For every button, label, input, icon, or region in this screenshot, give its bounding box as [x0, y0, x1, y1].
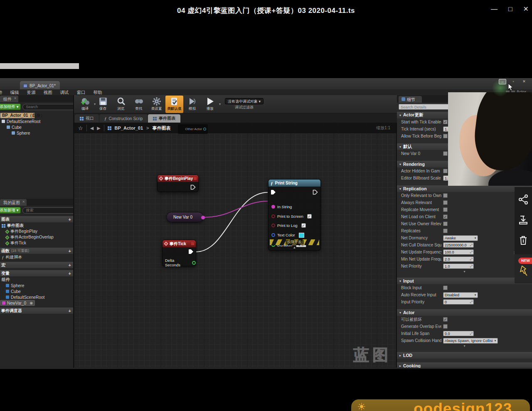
blueprint-list-item[interactable]: 组件 [0, 277, 73, 283]
toolbar-button-simulate[interactable]: 模拟 [183, 96, 201, 113]
checkbox[interactable] [443, 200, 448, 205]
checkbox[interactable] [443, 229, 448, 233]
value-input[interactable]: 1.0⤢ [443, 263, 474, 269]
blueprint-list-item[interactable]: ƒ构建脚本 [0, 254, 73, 260]
checkbox[interactable] [443, 324, 448, 329]
doc-tab-event-graph[interactable]: 事件图表 [148, 114, 180, 123]
blueprint-list-item[interactable]: 事件图表 [0, 223, 73, 229]
pin-print-to-log[interactable]: Print to Log✓ [268, 223, 320, 228]
add-component-button[interactable]: 添加组件 ▾ [0, 103, 21, 110]
add-new-button[interactable]: 添加新项 ▾ [0, 207, 21, 214]
dropdown-select[interactable]: Always Spawn, Ignore Collisions▾ [443, 338, 498, 344]
exec-in-pin[interactable] [271, 190, 276, 195]
node-print-string[interactable]: ƒ Print String In StringPrint to Screen✓… [268, 179, 321, 251]
exec-out-pin[interactable] [313, 190, 318, 195]
tab-components[interactable]: 组件 ✕ [0, 96, 18, 102]
value-input[interactable]: 0⤢ [443, 299, 474, 305]
checkbox[interactable] [443, 207, 448, 212]
node-event-beginplay[interactable]: 事件BeginPlay [157, 175, 199, 192]
my-blueprint-search[interactable]: ⌕ [22, 207, 74, 214]
node-get-new-var-0[interactable]: New Var 0 [166, 212, 204, 222]
pin-text-color[interactable]: Text Color [268, 233, 320, 238]
player-minimize-button[interactable]: — [491, 5, 498, 13]
component-tree-item[interactable]: BP_Actor_01（自身） [0, 113, 35, 118]
toolbar-button-find[interactable]: 查找 [130, 96, 148, 113]
blueprint-section-header[interactable]: 宏+ [0, 262, 73, 268]
menu-item[interactable]: 视图 [44, 90, 52, 96]
blueprint-list-item[interactable]: 事件Tick [0, 240, 73, 246]
breadcrumb-root[interactable]: BP_Actor_01 [115, 126, 143, 130]
component-tree-item[interactable]: DefaultSceneRoot [0, 118, 73, 124]
details-section-header[interactable]: ▸ Cooking [397, 362, 532, 368]
dropdown-select[interactable]: Disabled▾ [443, 292, 478, 298]
checkbox[interactable]: ✓ [443, 214, 448, 219]
exec-out-pin[interactable] [188, 249, 194, 254]
components-search-input[interactable] [25, 104, 74, 109]
toolbar-button-class-defaults[interactable]: 类默认值 [165, 96, 183, 113]
doc-tab-item[interactable]: 视口 [75, 114, 99, 123]
eye-icon[interactable]: ◉ [30, 301, 33, 305]
blueprint-list-item[interactable]: DefaultSceneRoot [0, 294, 73, 300]
tab-my-blueprint[interactable]: 我的蓝图 ✕ [0, 199, 27, 206]
menu-item[interactable]: 编辑 [10, 90, 19, 96]
forward-arrow-icon[interactable]: ▶ [97, 126, 100, 131]
checkbox[interactable] [443, 151, 448, 156]
close-icon[interactable]: ✕ [14, 96, 17, 100]
node-event-tick[interactable]: 事件Tick Delta Seconds [162, 240, 196, 266]
blueprint-list-item[interactable]: 事件ActorBeginOverlap [0, 234, 73, 240]
value-input[interactable]: 225000000.0⤢ [443, 242, 474, 248]
checkbox[interactable] [443, 169, 448, 173]
toolbar-button-save[interactable]: 保存 [94, 96, 112, 113]
value-input[interactable]: 100.0⤢ [443, 249, 474, 255]
editor-close-button[interactable]: ✕ [520, 79, 528, 84]
pin-circle[interactable] [271, 205, 275, 209]
checkbox[interactable] [443, 285, 448, 290]
download-button[interactable] [518, 214, 529, 227]
menu-item[interactable]: 帮助 [94, 90, 102, 96]
details-section-header[interactable]: ▾ Input [397, 278, 532, 284]
pin-circle[interactable] [271, 214, 275, 218]
pin-checkbox[interactable]: ✓ [307, 214, 312, 219]
pin-circle[interactable] [271, 233, 275, 237]
components-search[interactable]: ⌕ [22, 104, 74, 110]
trash-button[interactable] [518, 235, 529, 247]
chevron-down-icon[interactable]: ▾ [219, 102, 221, 106]
pin-icon[interactable] [518, 265, 529, 276]
blueprint-section-header[interactable]: 事件调度器+ [0, 308, 73, 314]
blueprint-section-header[interactable]: 变量+ [0, 270, 73, 276]
tab-details[interactable]: 细节 [399, 96, 422, 103]
expand-arrows-icon[interactable]: ⤢ [469, 243, 473, 247]
blueprint-section-header[interactable]: 函数(18 可重载)+ [0, 248, 73, 254]
expand-arrows-icon[interactable]: ⤢ [469, 257, 473, 261]
checkbox[interactable] [443, 134, 448, 138]
event-graph-canvas[interactable]: 事件BeginPlay New Var 0 事件Tick [74, 123, 397, 367]
string-output-pin[interactable] [201, 216, 205, 219]
details-section-header[interactable]: ▾ Actor [397, 309, 532, 316]
my-blueprint-search-input[interactable] [25, 208, 74, 213]
checkbox[interactable]: ✓ [443, 120, 448, 124]
close-icon[interactable]: ✕ [22, 200, 25, 204]
expand-arrows-icon[interactable]: ⤢ [469, 332, 473, 336]
details-section-header[interactable]: ▾ Replication [397, 185, 532, 192]
section-expander[interactable]: ▾ [397, 344, 532, 348]
expand-arrows-icon[interactable]: ⤢ [469, 300, 473, 304]
add-icon[interactable]: + [69, 308, 71, 313]
toolbar-button-class-settings[interactable]: 类设置 [148, 96, 165, 113]
share-button[interactable] [518, 194, 529, 207]
add-icon[interactable]: + [69, 263, 71, 268]
blueprint-list-item[interactable]: 事件BeginPlay [0, 229, 73, 234]
component-tree-item[interactable]: Sphere [0, 130, 73, 136]
menu-item[interactable]: 调试 [60, 90, 69, 96]
debug-object-dropdown[interactable]: 没有选中调试对象 ▾ [225, 98, 264, 104]
color-swatch[interactable] [299, 233, 304, 238]
menu-item[interactable]: 件 [0, 90, 2, 96]
node-expand-arrow[interactable]: ▲ [268, 246, 320, 250]
add-icon[interactable]: + [69, 249, 71, 253]
player-close-button[interactable]: ✕ [523, 5, 529, 13]
pin-in-string[interactable]: In String [268, 204, 320, 209]
blueprint-section-header[interactable]: 图表+ [0, 216, 73, 222]
favorite-star-icon[interactable]: ☆ [78, 125, 83, 131]
value-input[interactable]: 0.0⤢ [443, 331, 474, 336]
toolbar-button-play[interactable]: 播放▾ [201, 96, 219, 113]
player-maximize-button[interactable]: □ [508, 5, 512, 13]
